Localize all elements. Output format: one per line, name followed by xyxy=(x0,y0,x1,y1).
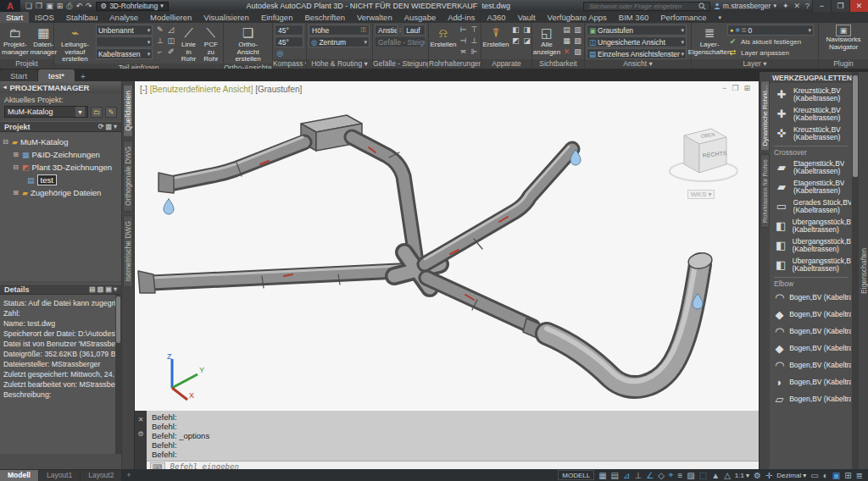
tool-icon[interactable]: ◪ xyxy=(521,36,532,46)
tab-addins[interactable]: Add-ins xyxy=(442,12,481,23)
datenmanager-button[interactable]: ▦Daten- manager xyxy=(31,25,58,56)
autoscale-icon[interactable]: △ xyxy=(724,471,731,480)
drawing-canvas[interactable]: [-] [Benutzerdefinierte Ansicht] [Graust… xyxy=(134,81,759,411)
panel-label-projekt[interactable]: Projekt xyxy=(0,59,53,69)
collapse-icon[interactable]: ⊟ xyxy=(2,138,9,146)
tool-icon[interactable]: ▥ xyxy=(572,25,583,35)
tool-icon[interactable]: ◿ xyxy=(165,25,176,35)
autocad-logo[interactable]: A xyxy=(0,0,20,12)
palette-item-kreuzstueck[interactable]: ✜Kreuzstück,BV(Kabeltrassen) xyxy=(771,124,851,143)
preview-icon[interactable]: ▧ xyxy=(97,285,104,293)
tab-bim360[interactable]: BIM 360 xyxy=(613,12,654,23)
palette-item-uebergangsstueck[interactable]: ◧Übergangsstück,BV(Kabeltrassen) xyxy=(771,255,851,274)
tab-modellieren[interactable]: Modellieren xyxy=(144,12,198,23)
palette-item-bogen[interactable]: ◠Bogen,BV (Kabeltrassen) xyxy=(771,289,851,306)
palette-item-kreuzstueck[interactable]: ✚Kreuzstück,BV(Kabeltrassen) xyxy=(771,104,851,124)
panel-label-gefaelle[interactable]: Gefälle - Steigung xyxy=(373,59,428,69)
leitungsverlauf-button[interactable]: ⌁Leitungs­verlauf erstellen xyxy=(56,25,94,64)
pipe-spec-select[interactable]: Unbenannt▾ xyxy=(96,25,153,36)
workspace-switcher[interactable]: ⚙ 3D-Rohrleitung ▾ xyxy=(96,2,169,11)
visual-style-select[interactable]: ▣Graustufen▾ xyxy=(587,25,687,36)
lock-icon[interactable]: ⚿ xyxy=(361,25,366,35)
tool-icon[interactable]: ▨ xyxy=(572,47,583,57)
viewcube[interactable]: OBEN RECHTS WKS ▾ xyxy=(667,112,740,205)
minimize-button[interactable]: − xyxy=(812,0,831,12)
tool-icon[interactable]: ▦ xyxy=(561,36,572,46)
osnap-icon[interactable]: ⌖ xyxy=(669,470,674,480)
tool-icon[interactable]: ⊣ xyxy=(458,36,469,46)
linie-in-rohr-button[interactable]: ⟋Linie in Rohr xyxy=(178,25,198,64)
tree-node-mum-katalog[interactable]: ⊟ ▰ MuM-Katalog xyxy=(2,135,120,148)
tab-vault[interactable]: Vault xyxy=(512,12,542,23)
search-icon[interactable] xyxy=(698,3,706,10)
grid-icon[interactable]: ▦ xyxy=(598,471,606,480)
hardware-accel-icon[interactable]: ▣ xyxy=(832,471,840,480)
tool-icon[interactable]: ◨ xyxy=(521,25,532,35)
palette-item-gerades-stueck[interactable]: ▭Gerades Stück,BV(Kabeltrassen) xyxy=(771,196,851,216)
view-select[interactable]: ◫Ungesicherte Ansicht▾ xyxy=(587,36,687,47)
exchange-apps-icon[interactable]: ✕ xyxy=(791,2,803,10)
palette-item-uebergangsstueck[interactable]: ◧Übergangsstück,BV(Kabeltrassen) xyxy=(771,235,851,255)
new-layout-button[interactable]: + xyxy=(122,471,135,479)
tab-isos[interactable]: ISOS xyxy=(29,12,60,23)
a360-icon[interactable]: ✦ xyxy=(780,2,792,10)
tray-run-left[interactable] xyxy=(138,265,416,293)
tab-start[interactable]: Start xyxy=(0,12,29,23)
palette-item-etagenstueck[interactable]: ▰Etagenstück,BV(Kabeltrassen) xyxy=(771,177,851,196)
refresh-icon[interactable]: ⟳ xyxy=(98,123,104,130)
tool-icon[interactable]: ⌐ xyxy=(154,47,165,57)
pin-icon[interactable]: ▣ xyxy=(105,285,112,293)
isodraft-icon[interactable]: ◇ xyxy=(658,471,665,480)
doc-tab-start[interactable]: Start xyxy=(0,69,37,81)
layout-tab-layout2[interactable]: Layout2 xyxy=(81,470,121,481)
annotation-scale-select[interactable]: 1:1 ▾ xyxy=(735,472,749,479)
project-open-icon[interactable]: 🗀 xyxy=(91,107,103,118)
panel-label-layer[interactable]: Layer ▾ xyxy=(692,59,818,69)
tab-ausgabe[interactable]: Ausgabe xyxy=(398,12,442,23)
palette-item-bogen[interactable]: ◗Bogen,BV (Kabeltrassen) xyxy=(771,373,851,390)
tool-icon[interactable]: ▤ xyxy=(561,25,572,35)
kabeltrassen-select[interactable]: Kabeltrassen▾ xyxy=(96,48,153,59)
zentrum-select[interactable]: ◎Zentrum▾ xyxy=(309,36,370,47)
palette-tab-rohrklassen[interactable]: Rohrklassen für Rohre xyxy=(760,154,770,228)
ortho-icon[interactable]: ⊥ xyxy=(634,471,642,480)
lineweight-icon[interactable]: ≡ xyxy=(677,471,682,480)
details-section-header[interactable]: Details ▤▧▣▾ xyxy=(0,284,121,295)
side-tab-quelldateien[interactable]: Quelldateien xyxy=(123,85,133,137)
tab-performance[interactable]: Performance xyxy=(654,12,712,23)
tool-icon[interactable]: ◫ xyxy=(165,36,176,46)
help-search-box[interactable] xyxy=(583,2,710,11)
tray-run-lower-right[interactable] xyxy=(426,278,550,342)
open-icon[interactable]: ❐ xyxy=(36,2,42,10)
detail-view-icon[interactable]: ▤ xyxy=(89,285,96,293)
tab-a360[interactable]: A360 xyxy=(481,12,511,23)
tray-run-upper-right[interactable] xyxy=(425,147,572,264)
workspace-gear-icon[interactable]: ⚙ xyxy=(754,471,761,480)
palette-tab-eigenschaften[interactable]: Eigenschaften xyxy=(860,243,868,299)
tab-verfuegbare-apps[interactable]: Verfügbare Apps xyxy=(542,12,613,23)
selection-cycling-icon[interactable]: ⬚ xyxy=(699,471,707,480)
alle-anzeigen-button[interactable]: ◱Alle anzeigen xyxy=(534,25,559,56)
tab-stahlbau[interactable]: Stahlbau xyxy=(60,12,104,23)
tool-icon[interactable]: ⊤ xyxy=(469,25,480,35)
saveas-icon[interactable]: ⊞ xyxy=(57,2,64,10)
command-history[interactable]: Befehl: Befehl: Befehl: _options Befehl:… xyxy=(147,411,759,461)
command-customize-icon[interactable]: ⚙ xyxy=(137,430,143,438)
plot-icon[interactable]: ⎙ xyxy=(66,2,72,11)
ribbon-collapse-icon[interactable]: ▾ xyxy=(713,12,728,23)
annotation-vis-icon[interactable]: ▲ xyxy=(711,471,720,480)
palette-item-bogen[interactable]: ▱Bogen,BV (Kabeltrassen) xyxy=(771,390,851,407)
panel-label-ansicht[interactable]: Ansicht ▾ xyxy=(585,59,691,69)
panel-label-apparate[interactable]: Apparate xyxy=(481,59,531,69)
model-3d-cable-tray[interactable] xyxy=(135,81,760,411)
units-select[interactable]: Dezimal ▾ xyxy=(776,472,806,479)
anstieg-field[interactable]: Anstieg xyxy=(375,25,398,36)
layer-eigenschaften-button[interactable]: ≣Layer- Eigenschaften xyxy=(693,25,726,56)
pcf-zu-rohr-button[interactable]: ⟍PCF zu Rohr xyxy=(201,25,221,64)
snap-icon[interactable]: ▤ xyxy=(611,471,619,480)
layout-tab-modell[interactable]: Modell xyxy=(0,470,38,481)
viewport-config-select[interactable]: ▤Einzelnes Ansichtsfenster▾ xyxy=(587,48,687,59)
navisworks-button[interactable]: ▣Navisworks Navigator xyxy=(824,25,863,51)
palette-tab-dynamische-rohrklassen[interactable]: Dynamische Rohrkl... xyxy=(760,80,770,151)
customization-icon[interactable]: ≣ xyxy=(856,471,863,480)
